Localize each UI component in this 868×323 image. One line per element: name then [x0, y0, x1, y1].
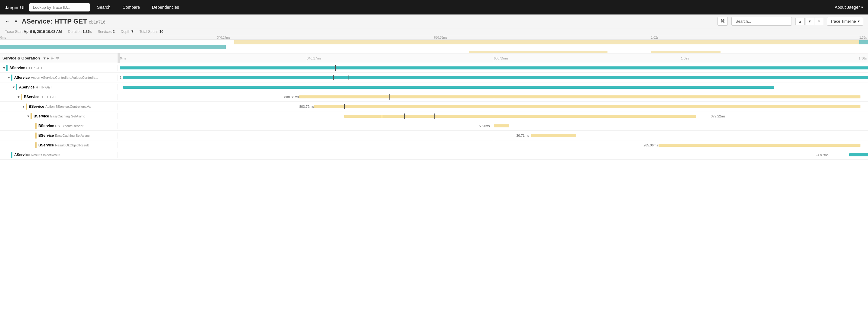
span-bar — [531, 134, 576, 137]
back-button[interactable]: ← — [5, 18, 10, 25]
trace-start-label: Trace Start April 6, 2019 10:08 AM — [5, 30, 62, 34]
span-timeline-cell[interactable]: 888.38ms — [120, 92, 868, 101]
collapse-up-btn[interactable]: ▾ — [43, 56, 46, 60]
span-bar — [658, 144, 861, 147]
span-color-indicator — [35, 123, 37, 129]
span-row[interactable]: ▼ BService EasyCaching SetAsync 30.71ms — [0, 131, 868, 140]
tick-680ms: 680.35ms — [434, 36, 447, 39]
span-bar — [299, 96, 861, 98]
span-color-indicator — [16, 84, 17, 90]
top-nav: Jaeger UI Search Compare Dependencies Ab… — [0, 0, 868, 14]
nav-dependencies-link[interactable]: Dependencies — [147, 4, 184, 11]
collapse-buttons: ▾ ▸ ⇊ ⇉ — [43, 56, 59, 60]
nav-search-link[interactable]: Search — [92, 4, 115, 11]
span-marker — [333, 75, 334, 80]
about-jaeger-menu[interactable]: About Jaeger ▾ — [835, 5, 863, 10]
tick-1s: 1.02s — [651, 36, 658, 39]
span-label-cell: ▼ AService Result ObjectResult — [0, 152, 118, 158]
span-toggle[interactable]: ▼ — [27, 114, 30, 118]
keyboard-shortcut-icon[interactable]: ⌘ — [717, 17, 728, 26]
span-label-cell: ▼ BService EasyCaching SetAsync — [0, 133, 118, 139]
trace-id: eb1a716 — [89, 20, 105, 25]
span-marker — [344, 104, 345, 109]
span-toggle[interactable]: ▼ — [7, 76, 10, 79]
main-area: Service & Operation ▾ ▸ ⇊ ⇉ 0ms 340.17ms… — [0, 53, 868, 160]
minimap-bar-wheat-main — [234, 40, 859, 44]
expand-all-btn[interactable]: ⇉ — [55, 56, 59, 60]
span-marker — [434, 113, 435, 119]
span-duration: 5.61ms — [479, 124, 490, 128]
span-row[interactable]: ▼ AService Result ObjectResult 24.97ms — [0, 150, 868, 160]
span-row[interactable]: ▼ BService DB ExecuteReader 5.61ms — [0, 121, 868, 131]
span-duration: 30.71ms — [516, 134, 529, 137]
span-timeline-cell[interactable]: 803.72ms — [120, 102, 868, 111]
collapse-right-btn[interactable]: ▸ — [46, 56, 50, 60]
span-color-indicator — [11, 75, 12, 81]
span-timeline-cell[interactable]: 265.06ms — [120, 140, 868, 150]
trace-lookup-input[interactable] — [29, 3, 90, 11]
minimap-bar-teal-row2 — [0, 45, 226, 49]
minimap-bars — [0, 40, 868, 53]
span-label-cell: ▼ BService EasyCaching GetAsync — [0, 113, 118, 119]
span-timeline-cell[interactable]: 379.22ms — [120, 111, 868, 121]
collapse-all-btn[interactable]: ⇊ — [50, 56, 54, 60]
timeline-tick-340: 340.17ms — [307, 57, 321, 60]
span-timeline-cell[interactable]: 30.71ms — [120, 131, 868, 140]
nav-compare-link[interactable]: Compare — [118, 4, 145, 11]
span-color-indicator — [31, 113, 32, 119]
span-timeline-cell[interactable] — [120, 63, 868, 72]
trace-minimap[interactable]: 0ms 340.17ms 680.35ms 1.02s 1.36s — [0, 35, 868, 53]
minimap-white-left — [0, 40, 234, 44]
span-timeline-cell[interactable]: 24.97ms — [120, 150, 868, 159]
minimap-bar-wheat-small1 — [469, 51, 608, 53]
span-timeline-cell[interactable]: 5.61ms — [120, 121, 868, 131]
span-timeline-cell[interactable]: 1.09s — [120, 82, 868, 92]
span-timeline-cell[interactable]: 1.24s — [120, 73, 868, 82]
search-prev-button[interactable]: ▲ — [796, 18, 805, 25]
trace-header: ← ▼ AService: HTTP GET eb1a716 ⌘ ▲ ▼ ✕ T… — [0, 14, 868, 28]
trace-duration: Duration 1.36s — [68, 30, 92, 34]
timeline-ticks-row: 0ms 340.17ms 680.35ms 1.02s 1.36s — [120, 53, 868, 63]
timeline-header: Service & Operation ▾ ▸ ⇊ ⇉ 0ms 340.17ms… — [0, 53, 868, 63]
span-label-cell: ▼ BService Action BService.Controllers.V… — [0, 104, 118, 110]
trace-info-bar: Trace Start April 6, 2019 10:08 AM Durat… — [0, 28, 868, 35]
span-row[interactable]: ▼ AService Action AService.Controllers.V… — [0, 73, 868, 82]
span-search-input[interactable] — [732, 17, 792, 26]
span-row[interactable]: ▼ AService HTTP GET — [0, 63, 868, 73]
span-label-cell: ▼ BService HTTP GET — [0, 94, 118, 100]
trace-total-spans: Total Spans 10 — [139, 30, 163, 34]
span-marker — [404, 113, 405, 119]
span-toggle[interactable]: ▼ — [22, 105, 25, 108]
span-row[interactable]: ▼ AService HTTP GET 1.09s — [0, 82, 868, 92]
span-color-indicator — [11, 152, 12, 158]
span-duration: 888.38ms — [284, 95, 299, 99]
trace-title: AService: HTTP GET eb1a716 — [22, 17, 105, 25]
span-color-indicator — [35, 133, 37, 139]
search-clear-button[interactable]: ✕ — [815, 18, 823, 25]
span-duration: 265.06ms — [644, 143, 658, 147]
span-label-cell: ▼ AService Action AService.Controllers.V… — [0, 75, 118, 81]
span-marker — [382, 113, 382, 119]
chevron-down-icon: ▾ — [861, 5, 863, 10]
span-duration: 24.97ms — [816, 153, 829, 157]
timeline-tick-1s: 1.02s — [681, 57, 689, 60]
service-op-column-header: Service & Operation ▾ ▸ ⇊ ⇉ — [0, 53, 118, 63]
tick-340ms: 340.17ms — [217, 36, 230, 39]
span-toggle[interactable]: ▼ — [2, 66, 6, 70]
span-row[interactable]: ▼ BService Action BService.Controllers.V… — [0, 102, 868, 111]
span-color-indicator — [6, 65, 7, 71]
span-toggle[interactable]: ▼ — [17, 95, 20, 99]
timeline-tick-680: 680.35ms — [494, 57, 508, 60]
span-toggle[interactable]: ▼ — [12, 85, 16, 89]
trace-collapse-toggle[interactable]: ▼ — [14, 19, 18, 24]
span-row[interactable]: ▼ BService Result OkObjectResult 265.06m… — [0, 140, 868, 150]
span-rows-container: ▼ AService HTTP GET ▼ AService Action — [0, 63, 868, 160]
span-bar — [344, 115, 696, 118]
search-next-button[interactable]: ▼ — [805, 18, 814, 25]
view-selector-dropdown[interactable]: Trace Timeline ▾ — [827, 17, 863, 26]
span-row[interactable]: ▼ BService EasyCaching GetAsync 379.22ms — [0, 111, 868, 121]
tick-0ms: 0ms — [0, 36, 6, 39]
span-marker — [389, 94, 390, 100]
minimap-ticks: 0ms 340.17ms 680.35ms 1.02s 1.36s — [0, 35, 868, 40]
span-row[interactable]: ▼ BService HTTP GET 888.38ms — [0, 92, 868, 102]
